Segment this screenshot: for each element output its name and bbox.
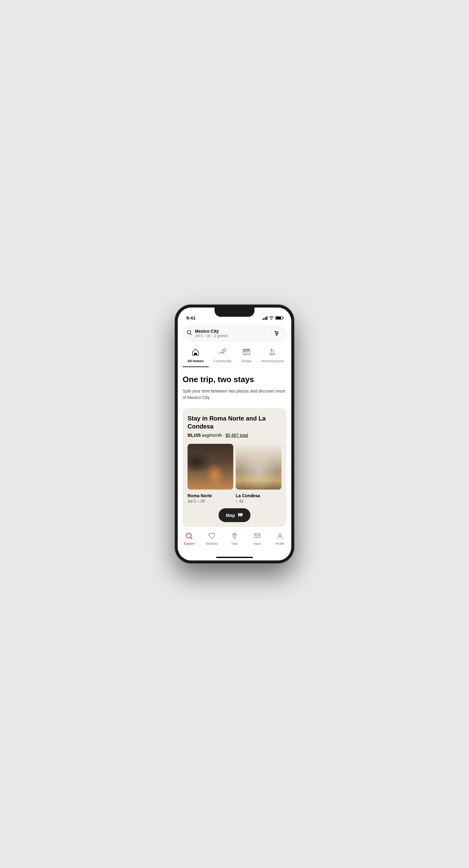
card-title: Stay in Roma Norte and La Condesa <box>188 414 281 430</box>
map-toggle-icon <box>238 512 243 518</box>
svg-rect-11 <box>238 513 240 516</box>
svg-point-2 <box>277 333 278 334</box>
property-item-condesa: La Condesa – 31 <box>236 493 281 503</box>
property-dates-roma: Jul 1 – 20 <box>188 499 233 503</box>
wifi-icon <box>269 315 274 320</box>
bottom-nav: Explore Wishlists Trips <box>178 529 291 554</box>
inbox-icon <box>254 532 260 541</box>
nav-inbox-label: Inbox <box>253 542 261 546</box>
tab-amazing-pools-label: Amazing pools <box>262 359 284 363</box>
wishlists-icon <box>209 532 215 541</box>
property-image-roma-norte[interactable] <box>188 444 233 490</box>
all-homes-icon <box>191 348 199 358</box>
price-avg-label: avg/month · <box>202 433 226 438</box>
status-icons <box>262 315 283 320</box>
svg-rect-13 <box>241 513 243 516</box>
filter-button[interactable] <box>271 328 282 339</box>
search-location: Mexico City <box>195 329 268 334</box>
nav-wishlists[interactable]: Wishlists <box>200 532 223 546</box>
home-bar <box>216 557 253 558</box>
nav-inbox[interactable]: Inbox <box>246 532 269 546</box>
property-info: Roma Norte Jul 1 – 20 La Condesa – 31 <box>188 493 281 503</box>
map-btn-container: Map <box>188 508 281 522</box>
stays-card[interactable]: Stay in Roma Norte and La Condesa $5,105… <box>183 408 286 527</box>
tab-countryside-label: Countryside <box>214 359 232 363</box>
price-total[interactable]: $5,667 total <box>226 433 248 438</box>
tab-all-homes-label: All homes <box>188 359 204 363</box>
tab-design[interactable]: Design <box>236 346 257 367</box>
property-dates-condesa: – 31 <box>236 499 281 503</box>
tab-amazing-pools[interactable]: Amazing pools <box>257 346 289 367</box>
svg-rect-9 <box>248 349 249 350</box>
card-price: $5,105 avg/month · $5,667 total <box>188 433 281 438</box>
hero-title: One trip, two stays <box>183 375 286 384</box>
filter-icon <box>274 331 279 336</box>
svg-point-3 <box>276 334 277 336</box>
main-section: One trip, two stays Split your time betw… <box>178 367 291 529</box>
countryside-icon <box>219 348 226 358</box>
svg-rect-8 <box>246 349 247 350</box>
amazing-pools-icon <box>269 348 277 358</box>
nav-explore-label: Explore <box>184 542 194 546</box>
search-details: Jul 1 – 31 · 2 guests <box>195 334 268 338</box>
notch <box>215 308 254 317</box>
svg-point-15 <box>234 534 235 535</box>
svg-point-0 <box>187 331 191 334</box>
tab-national-parks[interactable]: Nati... <box>289 346 291 367</box>
search-text: Mexico City Jul 1 – 31 · 2 guests <box>195 329 268 338</box>
tab-all-homes[interactable]: All homes <box>183 346 209 367</box>
svg-rect-4 <box>195 353 196 355</box>
trips-icon <box>231 532 238 541</box>
nav-profile-label: Profile <box>276 542 284 546</box>
svg-point-16 <box>279 533 281 536</box>
nav-trips-label: Trips <box>231 542 238 546</box>
property-name-condesa: La Condesa <box>236 493 281 498</box>
battery-icon <box>275 316 283 320</box>
nav-profile[interactable]: Profile <box>269 532 291 546</box>
svg-point-10 <box>271 349 272 350</box>
map-button-label: Map <box>226 513 235 518</box>
property-image-la-condesa[interactable] <box>236 444 281 490</box>
tab-countryside[interactable]: Countryside <box>209 346 237 367</box>
property-images <box>188 444 281 490</box>
explore-icon <box>186 532 192 541</box>
property-name-roma: Roma Norte <box>188 493 233 498</box>
nav-trips[interactable]: Trips <box>223 532 246 546</box>
svg-rect-6 <box>243 350 250 355</box>
search-bar[interactable]: Mexico City Jul 1 – 31 · 2 guests <box>183 325 286 342</box>
phone-frame: 9:41 <box>175 305 294 563</box>
svg-rect-7 <box>244 349 245 350</box>
home-indicator <box>178 554 291 560</box>
nav-explore[interactable]: Explore <box>178 532 200 546</box>
svg-point-5 <box>223 349 226 352</box>
nav-wishlists-label: Wishlists <box>206 542 218 546</box>
main-content[interactable]: Mexico City Jul 1 – 31 · 2 guests <box>178 322 291 529</box>
status-time: 9:41 <box>186 315 195 320</box>
tab-design-label: Design <box>241 359 252 363</box>
design-icon <box>243 348 250 358</box>
search-icon <box>187 330 192 336</box>
svg-point-1 <box>275 331 276 332</box>
hero-subtitle: Split your time between two places and d… <box>183 388 286 401</box>
property-item-roma: Roma Norte Jul 1 – 20 <box>188 493 233 503</box>
price-avg: $5,105 <box>188 433 201 438</box>
category-tabs: All homes Countryside <box>178 346 291 367</box>
profile-icon <box>277 532 283 541</box>
svg-point-14 <box>186 533 191 538</box>
map-button[interactable]: Map <box>219 508 250 522</box>
svg-rect-12 <box>240 513 241 516</box>
signal-icon <box>262 316 268 320</box>
phone-screen: 9:41 <box>178 308 291 560</box>
